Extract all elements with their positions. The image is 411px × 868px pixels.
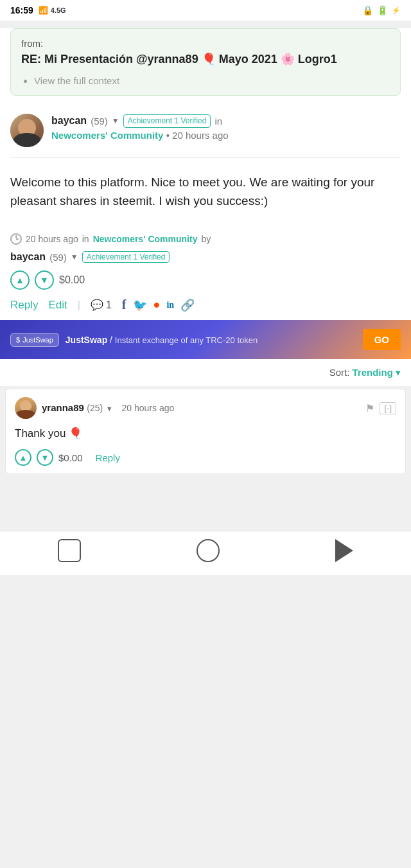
footer-community-link[interactable]: Newcomers' Community: [93, 234, 198, 244]
linkedin-icon[interactable]: in: [166, 300, 174, 310]
comment-reputation: (25): [87, 403, 103, 413]
post-time: 20 hours ago: [172, 130, 229, 141]
reddit-icon[interactable]: ●: [153, 298, 161, 312]
battery-icon: 🔋: [377, 5, 388, 15]
footer-by: by: [201, 234, 211, 244]
author-info: baycan (59) ▼ Achievement 1 Verified in …: [51, 114, 401, 140]
action-row: Reply Edit | 💬 1 f 🐦 ● in 🔗: [10, 297, 401, 312]
comment-header: yranna89 (25) ▼ 20 hours ago ⚑ [-]: [15, 397, 396, 419]
comment-card: yranna89 (25) ▼ 20 hours ago ⚑ [-] Thank…: [5, 389, 406, 474]
signal-icon: 📶: [39, 6, 48, 15]
reply-link[interactable]: Reply: [10, 299, 38, 312]
time-display: 16:59: [10, 5, 33, 15]
context-title: RE: Mi Presentación @yranna89 🎈 Mayo 202…: [21, 51, 390, 67]
post-divider: [10, 157, 401, 158]
sort-bar: Sort: Trending ▾: [0, 359, 411, 386]
justswap-logo: $ JustSwap: [10, 333, 59, 347]
lock-icon: 🔒: [362, 5, 373, 15]
footer-badge: Achievement 1 Verified: [82, 251, 170, 263]
ad-tagline: Instant exchange of any TRC-20 token: [115, 335, 258, 345]
flag-icon[interactable]: ⚑: [365, 402, 374, 414]
social-share-icons: f 🐦 ● in 🔗: [122, 297, 195, 312]
dollar-sign: $: [16, 336, 20, 344]
collapse-button[interactable]: [-]: [380, 402, 396, 414]
link-icon[interactable]: 🔗: [180, 298, 195, 312]
go-button[interactable]: GO: [363, 329, 401, 350]
author-dropdown-arrow[interactable]: ▼: [112, 116, 119, 127]
home-button[interactable]: [197, 539, 220, 562]
comment-actions-right: ⚑ [-]: [365, 402, 396, 414]
clock-icon: [10, 233, 22, 245]
comment-avatar[interactable]: [15, 397, 37, 419]
edit-link[interactable]: Edit: [48, 299, 67, 312]
bottom-nav: [0, 531, 411, 575]
post-body: Welcome to this platform. Nice to meet y…: [0, 163, 411, 226]
view-full-context-link[interactable]: View the full context: [34, 75, 390, 86]
comment-author-name[interactable]: yranna89: [42, 402, 84, 413]
justswap-text: JustSwap / Instant exchange of any TRC-2…: [66, 335, 356, 345]
logo-name: JustSwap: [22, 336, 53, 344]
sort-dropdown-icon[interactable]: ▾: [396, 367, 401, 378]
upvote-button[interactable]: ▲: [10, 270, 30, 290]
main-content: from: RE: Mi Presentación @yranna89 🎈 Ma…: [0, 28, 411, 320]
context-from-label: from:: [21, 38, 390, 49]
context-card: from: RE: Mi Presentación @yranna89 🎈 Ma…: [10, 28, 401, 96]
community-link[interactable]: Newcomers' Community: [51, 130, 163, 141]
downvote-button[interactable]: ▼: [35, 270, 54, 290]
vote-row: ▲ ▼ $0.00: [10, 270, 401, 290]
back-button[interactable]: [58, 539, 81, 562]
charge-icon: ⚡: [392, 6, 401, 15]
ad-banner: $ JustSwap JustSwap / Instant exchange o…: [0, 320, 411, 359]
spacer: [0, 479, 411, 518]
footer-in: in: [82, 234, 89, 244]
time-separator: •: [166, 130, 172, 141]
signal-type: 4.5G: [51, 6, 66, 14]
post-amount: $0.00: [59, 274, 85, 286]
footer-dropdown-arrow[interactable]: ▼: [71, 252, 78, 261]
facebook-icon[interactable]: f: [122, 297, 127, 312]
sort-value[interactable]: Trending: [352, 367, 392, 378]
twitter-icon[interactable]: 🐦: [133, 298, 147, 312]
author-name[interactable]: baycan: [51, 114, 87, 128]
brand-name: JustSwap: [66, 335, 107, 345]
comment-dropdown-arrow[interactable]: ▼: [106, 405, 113, 412]
comment-author-info: yranna89 (25) ▼: [42, 402, 113, 414]
post-footer: 20 hours ago in Newcomers' Community by …: [0, 226, 411, 320]
comment-upvote-button[interactable]: ▲: [15, 449, 31, 466]
post-time-row: 20 hours ago in Newcomers' Community by: [10, 233, 401, 245]
comment-count: 1: [106, 299, 112, 311]
speech-bubble-icon: 💬: [91, 299, 103, 311]
separator: /: [110, 335, 112, 345]
footer-time: 20 hours ago: [26, 234, 78, 244]
comment-amount: $0.00: [58, 452, 83, 463]
author-reputation: (59): [91, 114, 108, 128]
community-prefix: in: [214, 114, 222, 128]
footer-author-row: baycan (59) ▼ Achievement 1 Verified: [10, 251, 401, 263]
post-author-section: baycan (59) ▼ Achievement 1 Verified in …: [0, 103, 411, 152]
sort-label: Sort:: [329, 367, 350, 378]
author-avatar[interactable]: [10, 114, 44, 147]
comment-body: Thank you 🎈: [15, 427, 396, 440]
comment-count-icon[interactable]: 💬 1: [91, 299, 112, 311]
comment-downvote-button[interactable]: ▼: [37, 449, 53, 466]
comment-time: 20 hours ago: [122, 403, 175, 413]
comment-reply-link[interactable]: Reply: [96, 452, 120, 463]
comment-vote-row: ▲ ▼ $0.00 Reply: [15, 449, 396, 466]
footer-author-rep: (59): [49, 252, 67, 263]
status-bar: 16:59 📶 4.5G 🔒 🔋 ⚡: [0, 0, 411, 21]
recent-button[interactable]: [335, 539, 353, 562]
footer-author-name[interactable]: baycan: [10, 251, 46, 263]
achievement-badge: Achievement 1 Verified: [123, 114, 211, 128]
